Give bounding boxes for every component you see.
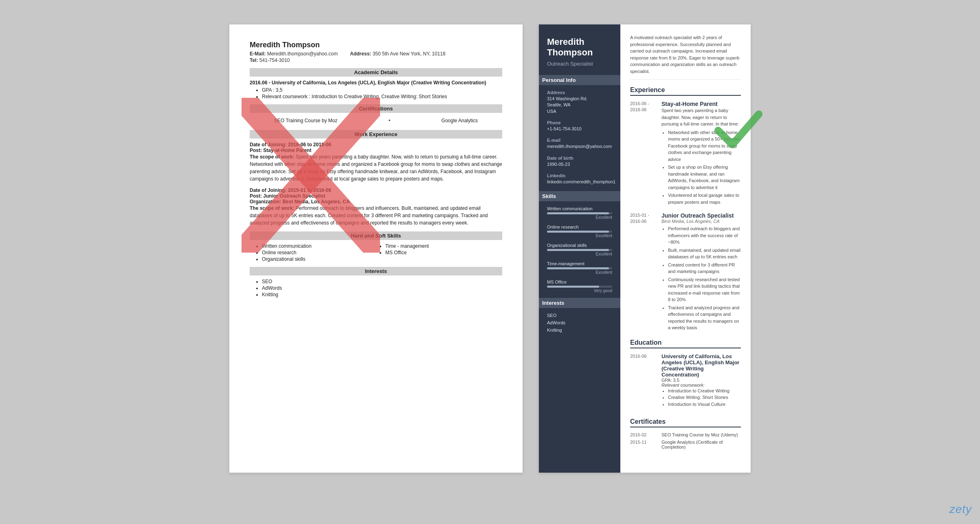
- skill-level-3: Excellent: [547, 252, 612, 256]
- section-certs: Certifications: [250, 104, 502, 113]
- resume-right: MeredithThompson Outreach Specialist Per…: [539, 24, 751, 473]
- work-body-2: The scope of work: Performed outreach to…: [250, 205, 502, 227]
- main-content: A motivated outreach specialist with 2 y…: [620, 24, 751, 473]
- work-body-1: The scope of work: Spent two years paren…: [250, 153, 502, 183]
- sidebar-email-value: meredith.thompson@yahoo.com: [547, 143, 612, 150]
- skill-5: MS Office: [385, 250, 502, 255]
- job-bullet-2-4: Continuously researched and tested new P…: [668, 276, 741, 303]
- work-post-2: Post: Junior Outreach Specialist: [250, 193, 502, 199]
- skill-item-2: Online research Excellent: [547, 225, 612, 238]
- bullet-symbol: •: [389, 118, 390, 123]
- job-org-2: Best Media, Los Angeles, CA: [661, 219, 741, 224]
- exp-entry-2: 2015-01 -2016-06 Junior Outreach Special…: [630, 212, 741, 332]
- sidebar-phone-value: +1-541-754-3010: [547, 126, 612, 132]
- skill-item-3: Organizational skills Excellent: [547, 243, 612, 256]
- resume-left: Meredith Thompson E-Mail: Meredith.thomp…: [229, 24, 523, 473]
- skills-list: Written communication Online research Or…: [250, 243, 502, 262]
- job-bullet-1-2: Set up a shop on Etsy offering handmade …: [668, 164, 741, 191]
- cert-name-2: Google Analytics (Certificate of Complet…: [661, 440, 741, 449]
- sidebar-phone: Phone +1-541-754-3010: [547, 120, 612, 132]
- section-skills: Hard and Soft Skills: [250, 231, 502, 240]
- sidebar-address-value: 314 Washington Rd.Seattle, WAUSA: [547, 96, 612, 114]
- edu-entry: 2016.06 - University of California, Los …: [250, 80, 502, 86]
- zety-logo: zety: [949, 503, 972, 516]
- skill-name-3: Organizational skills: [547, 243, 612, 248]
- edu-body-right: University of California, Los Angeles (U…: [661, 353, 741, 408]
- work-entry-2: Date of Joining: 2015-01 to 2016-06 Post…: [250, 187, 502, 227]
- cert-entry-1: 2016-02 SEO Training Course by Moz (Udem…: [630, 432, 741, 437]
- interest-3: Knitting: [262, 292, 502, 297]
- interests-list: SEO AdWords Knitting: [250, 279, 502, 297]
- sidebar-title: Outreach Specialist: [547, 61, 612, 67]
- skill-4: Time - management: [385, 243, 502, 249]
- exp-body-2: Junior Outreach Specialist Best Media, L…: [661, 212, 741, 332]
- edu-gpa: GPA: 3.5: [661, 378, 741, 383]
- sidebar-phone-label: Phone: [547, 120, 612, 125]
- work-date-1: Date of Joining: 2016-06 to 2018-06: [250, 142, 502, 148]
- job-bullet-1-3: Volunteered at local garage sales to pre…: [668, 192, 741, 205]
- edu-title-right: University of California, Los Angeles (U…: [661, 353, 741, 378]
- work-post-1: Post: Stay-at-Home Parent: [250, 148, 502, 153]
- summary: A motivated outreach specialist with 2 y…: [630, 34, 741, 80]
- job-title-2: Junior Outreach Specialist: [661, 212, 741, 219]
- edu-coursework-label: Relevant coursework:: [661, 383, 741, 387]
- edu-entry-right: 2016-06 University of California, Los An…: [630, 353, 741, 412]
- coursework-1: Introduction to Creative Writing: [668, 387, 741, 394]
- skill-item-5: MS Office Very good: [547, 280, 612, 293]
- job-bullets-2: Performed outreach to bloggers and influ…: [661, 225, 741, 331]
- job-bullet-2-2: Built, maintained, and updated email dat…: [668, 247, 741, 260]
- skill-level-5: Very good: [547, 288, 612, 293]
- cert-entry-2: 2015-11 Google Analytics (Certificate of…: [630, 440, 741, 449]
- job-bullet-2-3: Created content for 3 different PR and m…: [668, 262, 741, 275]
- sidebar-address-label: Address: [547, 90, 612, 95]
- sidebar-email: E-mail meredith.thompson@yahoo.com: [547, 138, 612, 150]
- sidebar-linkedin-value: linkedin.com/meredith_thomphon1: [547, 179, 612, 185]
- interest-2: AdWords: [262, 285, 502, 291]
- sidebar-address: Address 314 Washington Rd.Seattle, WAUSA: [547, 90, 612, 114]
- skill-name-1: Written communication: [547, 206, 612, 211]
- exp-entry-1: 2016-06 -2018-06 Stay-at-Home Parent Spe…: [630, 101, 741, 207]
- job-bullet-2-5: Tracked and analyzed progress and effect…: [668, 304, 741, 331]
- sidebar-email-label: E-mail: [547, 138, 612, 143]
- skill-level-4: Excellent: [547, 270, 612, 275]
- cert-2: Google Analytics: [442, 118, 478, 123]
- edu-coursework-list: Introduction to Creative Writing Creativ…: [661, 387, 741, 408]
- interest-item-2: AdWords: [547, 320, 612, 325]
- edu-bullet-2: Relevant coursework : Introduction to Cr…: [262, 94, 502, 99]
- skill-3: Organizational skills: [262, 256, 379, 262]
- work-org-2: Organization: Best Media, Los Angeles, C…: [250, 199, 502, 205]
- job-desc-1: Spent two years parenting a baby daughte…: [661, 107, 741, 128]
- sidebar-linkedin: Linkedin linkedin.com/meredith_thomphon1: [547, 173, 612, 185]
- left-contact-tel: Tel: 541-754-3010: [250, 57, 502, 63]
- work-entry-1: Date of Joining: 2016-06 to 2018-06 Post…: [250, 142, 502, 183]
- sidebar-interests-label: Interests: [539, 298, 620, 308]
- skill-item-1: Written communication Excellent: [547, 206, 612, 220]
- section-experience-title: Experience: [630, 86, 741, 96]
- section-certs-title: Certificates: [630, 418, 741, 427]
- left-name: Meredith Thompson: [250, 41, 502, 49]
- section-interests: Interests: [250, 267, 502, 275]
- section-academic: Academic Details: [250, 68, 502, 77]
- coursework-3: Introduction to Visual Culture: [668, 401, 741, 408]
- coursework-2: Creative Writing: Short Stories: [668, 394, 741, 401]
- skill-name-4: Time-management: [547, 261, 612, 266]
- edu-date-right: 2016-06: [630, 353, 657, 412]
- exp-date-2: 2015-01 -2016-06: [630, 212, 657, 332]
- sidebar-linkedin-label: Linkedin: [547, 173, 612, 178]
- sidebar-dob-label: Date of birth: [547, 156, 612, 161]
- cert-row: SEO Training Course by Moz • Google Anal…: [250, 116, 502, 125]
- job-bullet-1-1: Networked with other stay-at-home moms a…: [668, 129, 741, 163]
- skill-level-1: Excellent: [547, 215, 612, 220]
- cert-1: SEO Training Course by Moz: [274, 118, 337, 123]
- job-bullets-1: Networked with other stay-at-home moms a…: [661, 129, 741, 206]
- sidebar-personal-label: Personal Info: [539, 75, 620, 85]
- edu-bullets: GPA : 3,5 Relevant coursework : Introduc…: [250, 87, 502, 99]
- skill-item-4: Time-management Excellent: [547, 261, 612, 275]
- cert-date-1: 2016-02: [630, 432, 657, 437]
- sidebar-dob: Date of birth 1990-05-23: [547, 156, 612, 167]
- interest-1: SEO: [262, 279, 502, 284]
- work-date-2: Date of Joining: 2015-01 to 2016-06: [250, 187, 502, 193]
- skill-name-2: Online research: [547, 225, 612, 229]
- sidebar-dob-value: 1990-05-23: [547, 161, 612, 167]
- interest-item-3: Knitting: [547, 328, 612, 332]
